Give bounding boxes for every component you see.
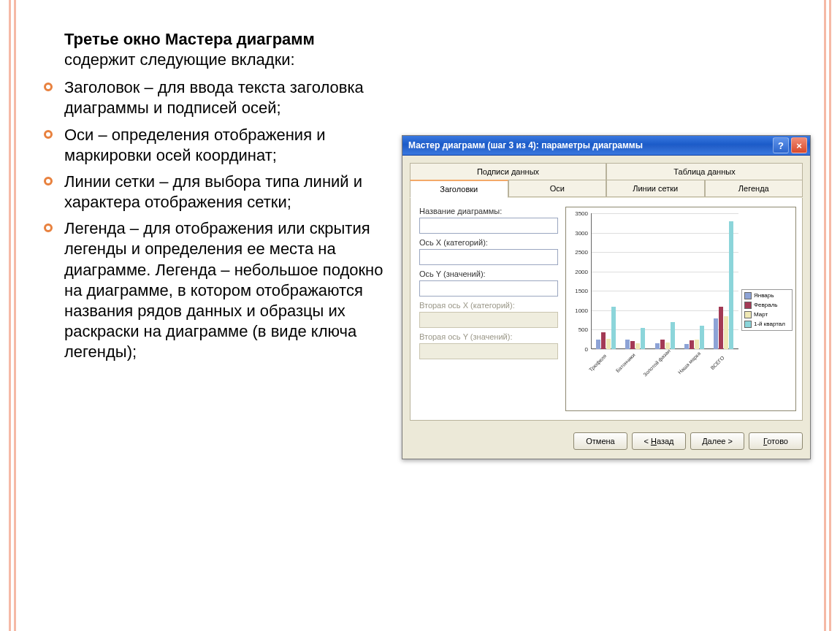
tab-data-table[interactable]: Таблица данных <box>606 163 803 180</box>
back-button[interactable]: < Назад <box>632 432 686 450</box>
next-underline: Д <box>702 437 707 445</box>
input-axis-x2 <box>419 312 558 328</box>
label-chart-title: Название диаграммы: <box>419 207 558 215</box>
tab-legend[interactable]: Легенда <box>705 180 803 197</box>
cancel-button[interactable]: Отмена <box>573 432 627 450</box>
label-axis-x: Ось X (категорий): <box>419 238 558 247</box>
dialog-button-row: Отмена < Назад Далее > Готово <box>402 425 810 459</box>
chart-preview: 0500100015002000250030003500 ТрюфеляБато… <box>565 207 796 411</box>
chart-wizard-dialog: Мастер диаграмм (шаг 3 из 4): параметры … <box>402 135 811 459</box>
bullet-item: Линии сетки – для выбора типа линий и ха… <box>37 172 387 213</box>
input-axis-y2 <box>419 343 558 359</box>
tab-axes[interactable]: Оси <box>508 180 607 197</box>
dialog-titlebar: Мастер диаграмм (шаг 3 из 4): параметры … <box>402 136 810 156</box>
tab-titles[interactable]: Заголовки <box>410 180 508 198</box>
input-axis-y[interactable] <box>419 280 558 297</box>
finish-button[interactable]: Готово <box>749 432 803 450</box>
bullet-list: Заголовок – для ввода текста заголовка д… <box>37 77 387 362</box>
label-axis-y: Ось Y (значений): <box>419 269 558 278</box>
bullet-item: Легенда – для отображения или скрытия ле… <box>37 218 387 362</box>
tab-row-lower: Заголовки Оси Линии сетки Легенда <box>410 180 803 198</box>
dialog-title: Мастер диаграмм (шаг 3 из 4): параметры … <box>408 140 643 150</box>
tab-row-upper: Подписи данных Таблица данных <box>410 163 803 180</box>
tab-data-labels[interactable]: Подписи данных <box>410 163 606 180</box>
lead-rest: содержит следующие вкладки: <box>64 50 295 69</box>
close-button[interactable]: × <box>791 137 807 153</box>
label-axis-y2: Вторая ось Y (значений): <box>419 332 558 341</box>
chart-legend: ЯнварьФевральМарт1-й квартал <box>741 289 793 331</box>
slide-text: Третье окно Мастера диаграмм содержит сл… <box>37 29 387 616</box>
back-underline: Н <box>651 437 657 445</box>
label-axis-x2: Вторая ось X (категорий): <box>419 301 558 310</box>
help-button[interactable]: ? <box>773 137 789 153</box>
bullet-item: Заголовок – для ввода текста заголовка д… <box>37 77 387 118</box>
titles-form: Название диаграммы: Ось X (категорий): О… <box>419 207 558 411</box>
input-axis-x[interactable] <box>419 249 558 265</box>
input-chart-title[interactable] <box>419 218 558 234</box>
tab-panel-titles: Название диаграммы: Ось X (категорий): О… <box>410 198 803 421</box>
tab-gridlines[interactable]: Линии сетки <box>606 180 705 197</box>
next-button[interactable]: Далее > <box>690 432 744 450</box>
chart-plot: 0500100015002000250030003500 ТрюфеляБато… <box>570 212 738 365</box>
bullet-item: Оси – определения отображения и маркиров… <box>37 125 387 166</box>
lead-paragraph: Третье окно Мастера диаграмм содержит сл… <box>64 29 387 70</box>
lead-bold: Третье окно Мастера диаграмм <box>64 30 315 48</box>
finish-underline: Г <box>763 437 767 445</box>
